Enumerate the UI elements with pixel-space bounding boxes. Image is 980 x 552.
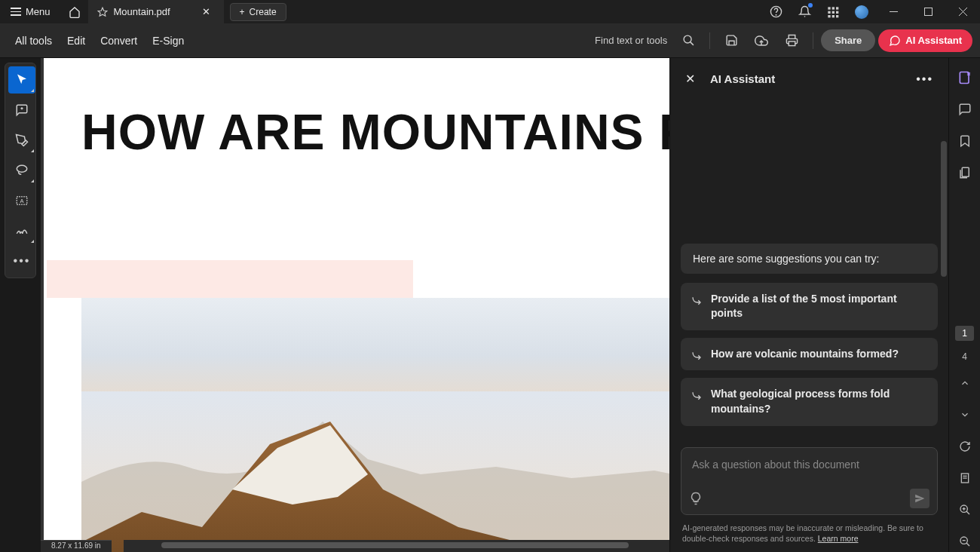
print-icon [786,34,798,47]
ai-scrollbar[interactable] [939,141,948,420]
select-tool[interactable] [8,66,35,94]
svg-line-35 [966,543,969,546]
menu-button[interactable]: Menu [0,0,61,23]
svg-rect-6 [828,11,830,13]
document-heading: HOW ARE MOUNTAINS FORMED? [44,58,669,161]
cloud-button[interactable] [748,27,775,54]
ai-question-input[interactable]: Ask a question about this document [681,447,938,515]
plus-icon: + [240,7,245,17]
bookmarks-button[interactable] [954,130,975,152]
page-display-button[interactable] [954,468,975,489]
divider [813,32,813,49]
horizontal-scrollbar[interactable] [124,540,669,552]
help-button[interactable] [761,0,790,23]
ai-panel-menu-button[interactable]: ••• [913,69,936,89]
scrollbar-thumb[interactable] [941,141,947,277]
zoom-in-button[interactable] [954,499,975,520]
ai-summary-button[interactable] [954,67,975,88]
suggestion-item[interactable]: Provide a list of the 5 most important p… [681,283,938,330]
current-page-indicator[interactable]: 1 [955,326,974,341]
apps-button[interactable] [819,0,847,23]
comments-panel-button[interactable] [954,99,975,120]
svg-rect-7 [832,11,835,13]
reply-arrow-icon [691,293,703,305]
chevron-down-icon [960,409,970,420]
svg-rect-9 [828,15,830,17]
account-button[interactable] [847,0,876,23]
textbox-tool[interactable]: A [8,187,35,214]
esign-menu[interactable]: E-Sign [145,29,191,53]
convert-menu[interactable]: Convert [93,29,145,53]
minimize-button[interactable] [876,0,911,23]
home-button[interactable] [61,0,88,23]
thumbnails-button[interactable] [954,162,975,183]
document-tab[interactable]: Mountain.pdf ✕ [88,0,224,23]
svg-text:A: A [20,198,23,204]
all-tools-menu[interactable]: All tools [8,29,60,53]
chevron-up-icon [960,378,970,388]
create-button[interactable]: + Create [230,3,286,21]
page-layout-icon [959,472,971,484]
star-icon [97,7,108,17]
grid-icon [827,6,839,18]
hamburger-icon [11,8,21,16]
save-icon [725,34,738,47]
notifications-button[interactable] [790,0,819,23]
more-tools[interactable]: ••• [8,247,35,274]
comment-icon [958,103,972,116]
more-icon: ••• [14,254,31,268]
maximize-button[interactable] [911,0,945,23]
page-down-button[interactable] [954,404,975,425]
page-up-button[interactable] [954,373,975,394]
zoom-in-icon [959,504,971,516]
svg-line-17 [690,42,693,45]
highlight-tool[interactable] [8,127,35,154]
ai-assistant-button[interactable]: AI Assistant [878,29,972,52]
suggestion-text: What geological process forms fold mount… [711,387,927,416]
zoom-out-button[interactable] [954,531,975,552]
search-button[interactable] [675,27,702,54]
comment-tool[interactable] [8,97,35,124]
sign-tool[interactable] [8,217,35,244]
suggestion-text: How are volcanic mountains formed? [711,347,899,362]
print-button[interactable] [778,27,805,54]
close-icon [959,8,967,16]
save-button[interactable] [718,27,745,54]
comment-icon [15,103,29,117]
draw-tool[interactable] [8,157,35,184]
suggestion-item[interactable]: What geological process forms fold mount… [681,378,938,425]
edit-menu[interactable]: Edit [60,29,93,53]
maximize-icon [924,8,933,16]
chat-icon [889,35,901,47]
mountain-image [81,298,669,552]
rotate-button[interactable] [954,436,975,457]
tab-title: Mountain.pdf [114,6,170,17]
cursor-icon [15,73,29,87]
pages-icon [958,166,972,179]
text-box-icon: A [15,194,29,207]
send-button[interactable] [910,489,929,508]
svg-rect-4 [832,7,835,9]
svg-rect-8 [836,11,838,13]
suggestion-item[interactable]: How are volcanic mountains formed? [681,338,938,371]
svg-rect-18 [789,41,795,46]
menu-label: Menu [26,6,51,17]
lasso-icon [15,164,29,177]
lightbulb-icon[interactable] [689,492,703,505]
suggestion-text: Provide a list of the 5 most important p… [711,292,927,321]
input-placeholder: Ask a question about this document [692,458,926,471]
learn-more-link[interactable]: Learn more [818,534,859,543]
scrollbar-thumb[interactable] [161,542,629,548]
minimize-icon [890,8,898,16]
tab-close-button[interactable]: ✕ [198,5,215,19]
rotate-icon [959,440,971,452]
close-window-button[interactable] [945,0,980,23]
document-page[interactable]: HOW ARE MOUNTAINS FORMED? [44,58,669,552]
share-button[interactable]: Share [821,29,875,51]
page-size-status: 8.27 x 11.69 in [41,540,112,552]
svg-point-2 [776,14,776,15]
svg-rect-5 [836,7,838,9]
divider [709,32,710,49]
ai-panel-close-button[interactable]: ✕ [682,69,698,89]
help-icon [770,5,782,18]
